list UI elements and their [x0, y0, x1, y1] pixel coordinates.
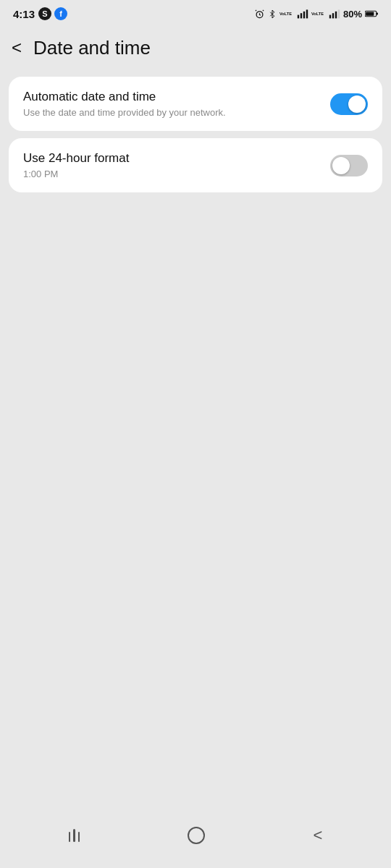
home-button[interactable] [170, 821, 222, 850]
page-title: Date and time [33, 37, 151, 59]
automatic-date-time-card[interactable]: Automatic date and time Use the date and… [9, 77, 382, 131]
bluetooth-icon [268, 9, 277, 20]
svg-line-1 [256, 9, 256, 10]
automatic-date-time-text: Automatic date and time Use the date and… [23, 90, 330, 118]
header: < Date and time [0, 25, 391, 71]
signal-bars-2-icon [329, 9, 340, 19]
toggle-knob [348, 95, 366, 113]
back-button[interactable]: < [9, 35, 25, 61]
battery-percent: 80% [343, 9, 362, 20]
signal-bars-1-icon [297, 9, 308, 19]
battery-icon [365, 9, 378, 18]
svg-rect-11 [335, 12, 337, 19]
samsung-icon: S [38, 7, 51, 20]
lte1-signal-icon: VoLTE [279, 9, 294, 19]
use-24-hour-toggle[interactable] [330, 155, 368, 176]
svg-line-2 [263, 9, 264, 10]
automatic-date-time-title: Automatic date and time [23, 90, 330, 104]
status-time: 4:13 [13, 8, 35, 20]
status-right: VoLTE VoLTE 80% [254, 9, 378, 20]
svg-rect-14 [377, 13, 378, 15]
status-left: 4:13 S f [13, 7, 67, 20]
navigation-bar: < [0, 809, 391, 868]
recent-apps-icon [69, 829, 80, 842]
toggle-knob-24hr [332, 157, 350, 174]
settings-container: Automatic date and time Use the date and… [0, 71, 391, 809]
svg-rect-7 [306, 9, 308, 18]
automatic-date-time-toggle[interactable] [330, 93, 368, 115]
svg-text:VoLTE: VoLTE [279, 12, 292, 16]
status-system-icons: VoLTE VoLTE 80% [254, 9, 378, 20]
status-bar: 4:13 S f VoLTE [0, 0, 391, 25]
back-nav-icon: < [314, 826, 323, 845]
use-24-hour-text: Use 24-hour format 1:00 PM [23, 151, 330, 179]
svg-rect-10 [332, 13, 334, 18]
svg-text:VoLTE: VoLTE [311, 12, 324, 16]
use-24-hour-title: Use 24-hour format [23, 151, 330, 166]
lte2-signal-icon: VoLTE [311, 9, 326, 19]
facebook-icon: f [54, 7, 67, 20]
svg-rect-15 [366, 12, 374, 15]
back-nav-button[interactable]: < [296, 820, 340, 851]
use-24-hour-card[interactable]: Use 24-hour format 1:00 PM [9, 138, 382, 192]
recent-apps-button[interactable] [51, 823, 98, 848]
use-24-hour-subtitle: 1:00 PM [23, 169, 330, 179]
home-icon [188, 827, 205, 844]
svg-rect-5 [300, 13, 302, 18]
svg-rect-9 [329, 15, 331, 19]
svg-rect-4 [298, 15, 299, 19]
status-app-icons: S f [38, 7, 67, 20]
alarm-icon [254, 9, 265, 20]
automatic-date-time-subtitle: Use the date and time provided by your n… [23, 107, 330, 118]
svg-rect-12 [338, 9, 340, 18]
svg-rect-6 [303, 12, 305, 19]
